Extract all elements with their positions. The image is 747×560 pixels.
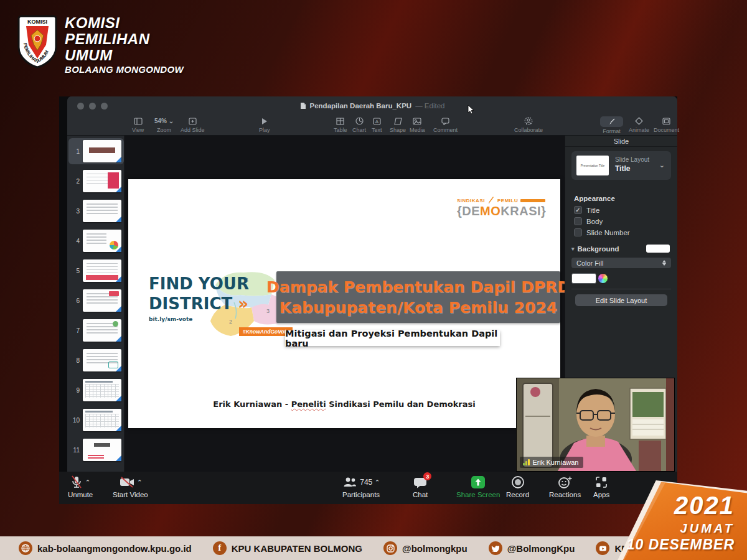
slide-thumbnail-row[interactable]: 11 [68,437,124,463]
slide-thumbnail-row[interactable]: 9 [68,377,124,403]
toolbar-chart-button[interactable]: Chart [352,116,366,133]
slide-canvas: SINDIKASI PEMILU {DEMOKRASI} [125,136,565,472]
toolbar-text-button[interactable]: A Text [372,116,382,133]
participant-name-tag: Erik Kurniawan [520,457,583,468]
toolbar-zoom-control[interactable]: 54% ⌄ Zoom [154,116,174,133]
chevron-down-icon[interactable]: ▾ [571,246,575,252]
checkbox-checked-icon[interactable]: ✓ [574,206,582,214]
chevron-up-icon[interactable]: ⌃ [375,479,380,485]
window-title-text: Pendapilan Daerah Baru_KPU [310,102,412,110]
slide-thumbnail[interactable] [83,349,121,371]
slide-thumbnail-number: 5 [70,268,80,274]
date-day: JUMAT [680,521,735,536]
instagram-icon [383,541,397,555]
slide-thumbnail[interactable] [83,319,121,342]
corner-decoration [116,306,121,312]
record-button[interactable]: Record [506,475,529,498]
toolbar-comment-button[interactable]: Comment [433,116,458,133]
toolbar-animate-button[interactable]: Animate [629,116,649,133]
slide-thumbnail-row[interactable]: 4 [68,228,124,254]
slide-title-box[interactable]: Dampak Pembentukan Dapil DPRD Kabupupate… [276,271,560,323]
twitter-icon [489,541,502,555]
toolbar-collaborate-button[interactable]: Collaborate [514,116,543,133]
toolbar-table-button[interactable]: Table [334,116,347,133]
toolbar-media-button[interactable]: Media [410,116,425,133]
slide-thumbnail[interactable] [83,409,121,431]
start-video-button[interactable]: ⌃ Start Video [113,475,148,498]
slide-thumbnail-number: 9 [70,387,80,394]
slide-thumbnail-row[interactable]: 5 [68,258,124,284]
participants-icon [342,477,357,488]
checkbox-body[interactable]: Body [574,217,603,225]
slide-thumbnail[interactable] [83,289,121,312]
slide-thumbnail[interactable] [83,439,121,461]
slide-layout-card[interactable]: Presentation Title Slide Layout Title ⌄ [571,151,671,180]
slide-thumbnail-row[interactable]: 10 [68,407,124,433]
slide-thumbnail-row[interactable]: 3 [68,198,124,224]
current-slide[interactable]: SINDIKASI PEMILU {DEMOKRASI} [128,179,560,428]
share-screen-button[interactable]: Share Screen [456,475,500,498]
apps-button[interactable]: Apps [593,475,609,498]
slide-thumbnail-row[interactable]: 8 [68,347,124,373]
slide-thumbnail-row[interactable]: 7 [68,317,124,343]
slide-thumbnail[interactable] [83,170,121,192]
slide-thumbnail[interactable] [83,140,121,162]
find-url: bit.ly/sm-vote [149,316,249,322]
toolbar-view-button[interactable]: View [132,116,144,133]
chevron-up-icon[interactable]: ⌃ [138,479,143,485]
toolbar-document-button[interactable]: Document [654,116,679,133]
edit-slide-layout-button[interactable]: Edit Slide Layout [575,294,667,306]
slide-thumbnail-row[interactable]: 1 [68,138,124,164]
unmute-button[interactable]: ⌃ Unmute [68,475,93,498]
participants-button[interactable]: 745 ⌃ Participants [342,475,380,498]
toolbar-play-button[interactable]: Play [259,116,270,133]
slide-thumbnail[interactable] [83,200,121,222]
slide-subtitle[interactable]: Mitigasi dan Proyeksi Pembentukan Dapil … [285,330,500,346]
color-well[interactable] [571,273,596,284]
keynote-titlebar: Pendapilan Daerah Baru_KPU — Edited [67,96,677,115]
slide-thumbnail[interactable] [83,230,121,252]
chat-button[interactable]: 3 Chat [413,475,428,498]
checkbox-unchecked-icon[interactable] [574,217,582,225]
slide-speaker-line: Erik Kurniawan - Peneliti Sindikasi Pemi… [128,399,560,409]
slide-thumbnail-row[interactable]: 2 [68,168,124,194]
slide-thumbnail-number: 3 [70,208,80,215]
slide-thumbnail-number: 4 [70,238,80,245]
slide-thumbnail[interactable] [83,259,121,282]
corner-decoration [116,426,121,431]
arrows: » [238,294,248,313]
slide-thumbnail-list[interactable]: 1234567891011 [67,136,125,472]
corner-decoration [116,455,121,461]
background-section-row[interactable]: ▾ Background [571,245,670,253]
chevron-up-icon[interactable]: ⌃ [85,479,90,485]
select-arrows-icon [662,260,666,266]
date-year: 2021 [674,492,735,520]
logo-word-sindikasi: SINDIKASI [457,198,485,203]
footer-instagram: @bolmongkpu [383,541,467,555]
slide-thumbnail-row[interactable]: 6 [68,287,124,314]
chat-badge: 3 [423,472,431,480]
slide-thumbnail-number: 6 [70,297,80,304]
camera-off-icon [119,476,135,488]
participant-video-tile[interactable]: Erik Kurniawan [517,378,674,471]
logo-bar [520,199,545,202]
corner-decoration [116,276,121,282]
background-color-swatch[interactable] [646,245,670,253]
layout-value: Title [615,164,630,173]
color-wheel-icon[interactable] [598,273,608,284]
color-fill-select[interactable]: Color Fill [571,258,671,268]
date-full: 10 DESEMBER [627,536,735,553]
corner-decoration [116,336,121,342]
checkbox-slide-number[interactable]: Slide Number [574,228,630,236]
checkbox-title[interactable]: ✓ Title [574,206,599,214]
reactions-button[interactable]: Reactions [549,475,581,498]
footer-twitter: @BolmongKpu [489,541,575,555]
toolbar-shape-button[interactable]: Shape [390,116,406,133]
toolbar-add-slide-button[interactable]: Add Slide [181,116,205,133]
reactions-icon [558,475,573,489]
svg-text:KOMISI: KOMISI [27,19,47,25]
toolbar-format-button[interactable]: Format [600,116,623,134]
slide-thumbnail-number: 7 [70,327,80,334]
slide-thumbnail[interactable] [83,379,121,401]
checkbox-unchecked-icon[interactable] [574,228,582,236]
